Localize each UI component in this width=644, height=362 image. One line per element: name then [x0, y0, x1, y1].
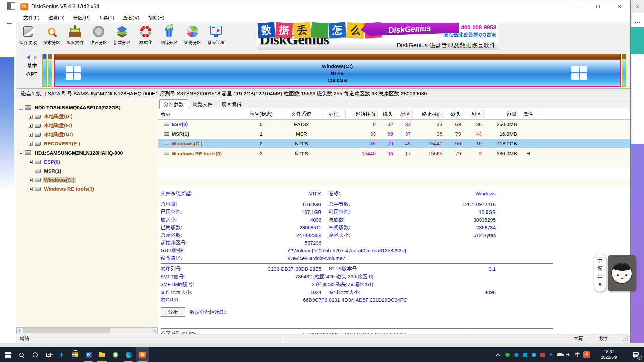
scrollbar-track[interactable] — [22, 328, 152, 334]
divider — [161, 328, 553, 329]
tab-partition-parameters[interactable]: 分区参数 — [159, 99, 188, 109]
maximize-button[interactable]: ☐ — [587, 0, 609, 13]
tree-item[interactable]: HD0:TOSHIBAMQ04ABF100(932GB) — [16, 103, 158, 112]
show-hidden-icons-icon[interactable] — [496, 353, 500, 358]
format-button[interactable]: 格式化 — [134, 22, 157, 50]
tree-item[interactable]: ESP(0) — [16, 157, 158, 166]
tray-app-qq-icon[interactable] — [529, 347, 538, 362]
partition-segment-windows-c[interactable]: Windows(C:) NTFS 118.0GB — [54, 54, 621, 87]
menu-item[interactable]: 磁盘(D) — [44, 14, 69, 22]
expand-icon[interactable] — [29, 160, 33, 164]
menu-item[interactable]: 工具(T) — [94, 14, 119, 22]
table-row[interactable]: ESP(0)0FAT3203233336936260.0MB — [158, 120, 630, 129]
expand-icon[interactable] — [29, 142, 33, 146]
delete-partition-button[interactable]: 删除分区 — [157, 22, 181, 50]
edge-button[interactable] — [122, 347, 136, 362]
scroll-right-button[interactable] — [152, 328, 158, 334]
expand-icon[interactable] — [29, 178, 33, 182]
tray-app-blue-icon[interactable] — [512, 347, 521, 362]
backup-partition-button[interactable]: 备份分区 — [181, 22, 204, 50]
tree-item[interactable]: 本地磁盘(D:) — [16, 112, 158, 121]
quick-partition-button[interactable]: 快速分区 — [87, 22, 110, 50]
tree-item[interactable]: RECOVERY(E:) — [16, 139, 158, 148]
ime-indicator[interactable]: 中 — [573, 352, 582, 358]
system-migration-button[interactable]: 系统迁移 — [204, 22, 228, 50]
ad-banner[interactable]: 数据丢怎么! DiskGenius DiskGenius 致电: 400-008… — [257, 22, 498, 50]
analyze-button[interactable]: 分析 — [161, 307, 185, 317]
detail-label: 文件系统类型: — [158, 190, 206, 197]
detail-row: 文件系统类型:NTFS卷标:Windows — [158, 190, 630, 197]
microsoft-store-button[interactable] — [68, 347, 82, 362]
clock-time: 18:37 — [593, 349, 625, 355]
start-button[interactable] — [1, 347, 15, 362]
resize-grip[interactable] — [617, 334, 630, 343]
table-row[interactable]: MSR(1)1MSR33693735794416.0MB — [158, 129, 630, 138]
expand-icon[interactable] — [29, 115, 33, 119]
cortana-button[interactable] — [28, 347, 42, 362]
expand-icon[interactable] — [29, 187, 33, 191]
column-header: 序号(状态) — [242, 109, 280, 119]
tab-browse-files[interactable]: 浏览文件 — [188, 100, 217, 109]
banner-qq-link[interactable]: 或点击此处选择QQ咨询 — [443, 32, 496, 38]
previous-disk-icon[interactable] — [26, 55, 30, 60]
tray-app-red-icon[interactable] — [538, 347, 547, 362]
tree-item[interactable]: MSR(1) — [16, 166, 158, 175]
partition-segment-msr[interactable] — [48, 54, 52, 87]
tree-item[interactable]: Windows RE tools(3) — [16, 184, 158, 193]
taskbar-clock[interactable]: 18:37 2022/5/9 — [593, 349, 625, 360]
tab-sector-edit[interactable]: 扇区编辑 — [217, 100, 246, 109]
table-row[interactable]: Windows(C:)2NTFS357945154409616118.0GB — [158, 139, 630, 148]
recover-files-button[interactable]: 恢复文件 — [63, 22, 87, 50]
tree-item[interactable]: HD1:SAMSUNGMZNLN128HAHQ-000 — [16, 148, 158, 157]
banner-phone[interactable]: 致电: 400-008-9958 — [446, 24, 496, 32]
expand-icon[interactable] — [29, 124, 33, 128]
more-options-icon[interactable]: ⋯ — [631, 19, 644, 27]
table-cell: 36 — [463, 121, 484, 127]
detail-label: 起始扇区号: — [158, 240, 206, 246]
scrollbar-thumb[interactable] — [23, 328, 110, 333]
menu-item[interactable]: 查看(V) — [119, 14, 144, 22]
tray-snowflake-icon[interactable]: ❄ — [547, 347, 555, 362]
minimize-button[interactable]: ─ — [566, 0, 587, 13]
background-close-icon[interactable]: ✕ — [631, 0, 644, 13]
tree-item[interactable]: 本地磁盘(G:) — [16, 130, 158, 139]
browser-360-button[interactable] — [109, 347, 122, 362]
tray-app-teal-icon[interactable] — [521, 347, 529, 362]
battery-icon[interactable] — [555, 347, 564, 362]
tree-item[interactable]: 本地磁盘(F:) — [16, 121, 158, 130]
horizontal-scrollbar[interactable] — [16, 327, 158, 334]
new-partition-button[interactable]: 新建分区 — [110, 22, 134, 50]
ime-status-pill[interactable]: 中 简 半 ♥ — [594, 254, 606, 292]
search-partition-button[interactable]: 搜索分区 — [40, 22, 63, 50]
tray-app-green-icon[interactable] — [503, 347, 512, 362]
back-arrow-icon[interactable]: ← — [5, 17, 13, 27]
table-row[interactable]: Windows RE tools(3)3NTFS1544096171556579… — [158, 149, 630, 158]
scroll-left-button[interactable] — [16, 328, 22, 334]
sogou-icon[interactable]: S — [582, 347, 591, 362]
menu-item[interactable]: 分区(P) — [69, 14, 94, 22]
heart-icon: ♥ — [598, 282, 602, 287]
detail-row: $MFTMirr簇号:2 (柱面:35 磁头:79 扇区:61) — [158, 281, 630, 288]
allocation-map-label: 数据分配情况图: — [190, 309, 226, 315]
collapse-icon[interactable] — [19, 106, 23, 110]
volume-icon[interactable] — [564, 347, 573, 362]
toolbar-button-label: 搜索分区 — [43, 40, 60, 46]
close-button[interactable]: ✕ — [609, 0, 630, 13]
collapse-icon[interactable] — [19, 151, 23, 155]
save-changes-button[interactable]: 保存更改 — [16, 22, 40, 50]
file-explorer-button[interactable] — [95, 347, 109, 362]
partition-segment-esp[interactable] — [42, 54, 47, 87]
expand-icon[interactable] — [29, 133, 33, 137]
sogou-ime-widget[interactable]: 中 简 半 ♥ — [594, 254, 644, 293]
taskbar-search-button[interactable] — [15, 347, 28, 362]
tree-item[interactable]: Windows(C:) — [16, 175, 158, 184]
word-button[interactable]: W — [82, 347, 95, 362]
partition-segment-re-tools[interactable] — [622, 54, 626, 87]
action-center-button[interactable]: 2 — [627, 347, 644, 362]
next-disk-icon[interactable] — [34, 55, 37, 60]
task-view-button[interactable] — [42, 347, 55, 362]
diskgenius-button[interactable]: G — [136, 347, 149, 362]
thunder-app-button[interactable] — [55, 347, 68, 362]
menu-item[interactable]: 文件(F) — [19, 14, 44, 22]
menu-item[interactable]: 帮助(H) — [144, 14, 169, 22]
